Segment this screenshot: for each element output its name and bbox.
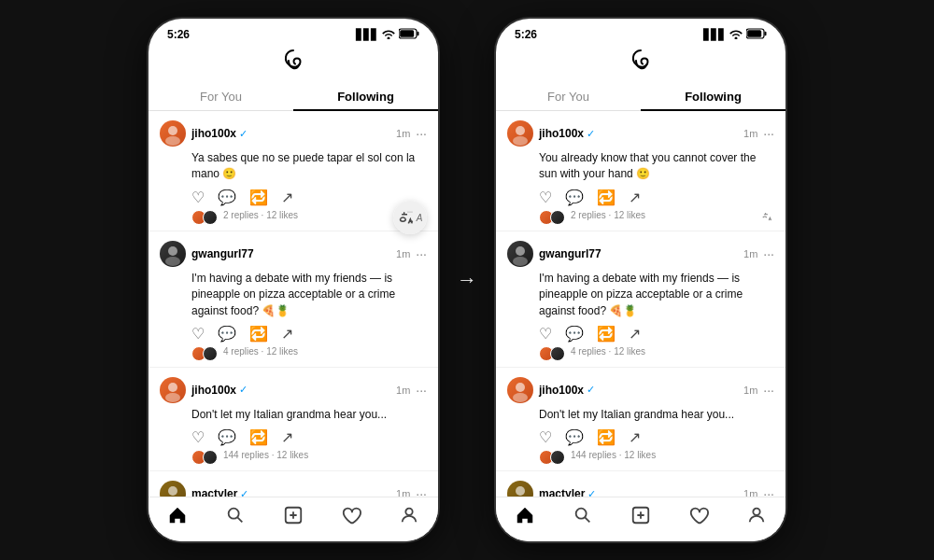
share-icon-1-left[interactable]: ↗ xyxy=(281,189,293,206)
nav-search-left[interactable] xyxy=(225,505,246,530)
post-4-header-left: mactyler ✓ 1m ··· xyxy=(160,481,427,497)
status-icons-left: ▋▋▋ xyxy=(356,28,419,41)
svg-point-5 xyxy=(168,246,177,256)
comment-icon-3-right[interactable]: 💬 xyxy=(565,428,584,446)
like-icon-2-left[interactable]: ♡ xyxy=(191,325,205,343)
nav-compose-left[interactable] xyxy=(283,505,304,530)
verified-3-left: ✓ xyxy=(239,384,248,396)
comment-icon-1-right[interactable]: 💬 xyxy=(565,189,584,206)
username-1-left: jiho100x xyxy=(191,127,236,140)
post-2-actions-left: ♡ 💬 🔁 ↗ xyxy=(191,325,427,343)
post-1-right: jiho100x ✓ 1m ··· You already know that … xyxy=(496,111,785,231)
post-1-reply-avatars-left: 2 replies · 12 likes xyxy=(191,210,427,225)
svg-rect-1 xyxy=(417,32,419,35)
post-1-reply-avatars-right: 2 replies · 12 likes xyxy=(539,210,774,225)
more-2-right[interactable]: ··· xyxy=(763,246,774,261)
more-1-right[interactable]: ··· xyxy=(763,126,774,141)
nav-profile-left[interactable] xyxy=(399,505,419,530)
tab-following-right[interactable]: Following xyxy=(641,84,785,111)
username-2-right: gwangurl77 xyxy=(539,247,601,260)
like-icon-1-left[interactable]: ♡ xyxy=(191,189,205,206)
repost-icon-2-right[interactable]: 🔁 xyxy=(597,325,616,343)
post-2-header-left: gwangurl77 1m ··· xyxy=(160,241,427,267)
time-right: 5:26 xyxy=(515,28,537,41)
svg-point-21 xyxy=(513,257,528,266)
svg-point-7 xyxy=(168,383,177,392)
repost-icon-3-right[interactable]: 🔁 xyxy=(597,428,616,446)
nav-search-right[interactable] xyxy=(573,505,593,530)
phone-right: 5:26 ▋▋▋ For You Following xyxy=(496,19,785,541)
time-3-right: 1m ··· xyxy=(743,383,774,398)
like-icon-3-right[interactable]: ♡ xyxy=(539,428,552,446)
signal-icon-right: ▋▋▋ xyxy=(703,29,726,41)
post-1-actions-left: ♡ 💬 🔁 ↗ xyxy=(191,189,427,206)
share-icon-3-right[interactable]: ↗ xyxy=(629,428,641,446)
nav-home-left[interactable] xyxy=(167,505,188,530)
post-3-stats-left: 144 replies · 12 likes xyxy=(223,450,308,465)
app-header-right: For You Following xyxy=(496,45,785,111)
repost-icon-2-left[interactable]: 🔁 xyxy=(249,325,268,343)
share-icon-2-left[interactable]: ↗ xyxy=(281,325,293,343)
verified-4-left: ✓ xyxy=(240,488,248,497)
svg-point-29 xyxy=(753,509,759,515)
time-3-left: 1m ··· xyxy=(396,383,427,398)
username-3-left: jiho100x xyxy=(191,384,236,397)
post-3-content-right: Don't let my Italian grandma hear you... xyxy=(539,407,774,423)
share-icon-2-right[interactable]: ↗ xyxy=(629,325,641,343)
svg-point-18 xyxy=(516,126,525,135)
avatar-jiho2-left xyxy=(160,377,186,403)
username-1-right: jiho100x xyxy=(539,127,584,140)
tab-following-left[interactable]: Following xyxy=(293,84,438,111)
more-1-left[interactable]: ··· xyxy=(416,126,427,141)
svg-rect-16 xyxy=(765,32,767,35)
translate-fab[interactable]: A xyxy=(393,201,427,234)
wifi-icon-right xyxy=(729,29,743,41)
nav-profile-right[interactable] xyxy=(746,505,767,530)
comment-icon-1-left[interactable]: 💬 xyxy=(218,189,236,206)
time-1-right: 1m ··· xyxy=(743,126,774,141)
post-1-header-left: jiho100x ✓ 1m ··· xyxy=(160,120,427,147)
time-left: 5:26 xyxy=(167,28,190,41)
nav-home-right[interactable] xyxy=(515,505,535,530)
post-2-stats-left: 4 replies · 12 likes xyxy=(223,346,298,361)
time-2-left: 1m ··· xyxy=(396,246,427,261)
avatar-jiho-left xyxy=(160,120,186,147)
nav-like-right[interactable] xyxy=(688,505,709,530)
comment-icon-3-left[interactable]: 💬 xyxy=(218,428,236,446)
more-4-right[interactable]: ··· xyxy=(763,486,774,497)
comment-icon-2-right[interactable]: 💬 xyxy=(565,325,584,343)
post-4-header-right: mactyler ✓ 1m ··· xyxy=(507,481,774,497)
more-3-left[interactable]: ··· xyxy=(416,383,427,398)
like-icon-3-left[interactable]: ♡ xyxy=(191,428,205,446)
tab-for-you-right[interactable]: For You xyxy=(496,84,641,111)
more-3-right[interactable]: ··· xyxy=(763,383,774,398)
repost-icon-3-left[interactable]: 🔁 xyxy=(249,428,268,446)
like-icon-1-right[interactable]: ♡ xyxy=(539,189,552,206)
more-2-left[interactable]: ··· xyxy=(416,246,427,261)
like-icon-2-right[interactable]: ♡ xyxy=(539,325,552,343)
svg-point-11 xyxy=(229,509,239,519)
username-4-right: mactyler xyxy=(539,487,585,497)
reply-avatar-3b-right xyxy=(550,450,565,465)
repost-icon-1-right[interactable]: 🔁 xyxy=(597,189,616,206)
feed-right[interactable]: jiho100x ✓ 1m ··· You already know that … xyxy=(496,111,785,497)
share-icon-3-left[interactable]: ↗ xyxy=(281,428,293,446)
status-bar-left: 5:26 ▋▋▋ xyxy=(149,19,438,45)
svg-point-9 xyxy=(168,486,177,496)
post-3-reply-avatars-right: 144 replies · 12 likes xyxy=(539,450,774,465)
nav-like-left[interactable] xyxy=(341,505,361,530)
nav-compose-right[interactable] xyxy=(630,505,651,530)
transition-arrow: → xyxy=(457,268,477,292)
time-4-right: 1m ··· xyxy=(743,486,774,497)
tab-for-you-left[interactable]: For You xyxy=(149,84,293,111)
svg-point-20 xyxy=(516,246,525,256)
post-3-header-left: jiho100x ✓ 1m ··· xyxy=(160,377,427,403)
post-3-right: jiho100x ✓ 1m ··· Don't let my Italian g… xyxy=(496,368,785,471)
feed-left[interactable]: jiho100x ✓ 1m ··· Ya sabes que no se pue… xyxy=(149,111,438,497)
post-3-reply-avatars-left: 144 replies · 12 likes xyxy=(191,450,427,465)
comment-icon-2-left[interactable]: 💬 xyxy=(218,325,236,343)
svg-point-8 xyxy=(165,393,180,402)
repost-icon-1-left[interactable]: 🔁 xyxy=(249,189,268,206)
share-icon-1-right[interactable]: ↗ xyxy=(629,189,641,206)
more-4-left[interactable]: ··· xyxy=(416,486,427,497)
